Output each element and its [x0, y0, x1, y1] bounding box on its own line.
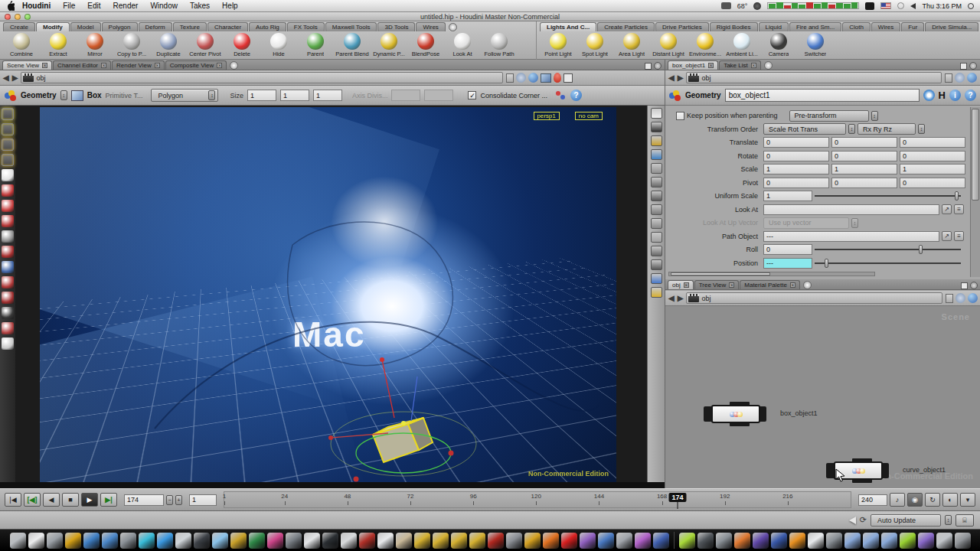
dock-icon[interactable]	[653, 533, 669, 549]
viewport-display-icon[interactable]	[651, 108, 662, 119]
dock-icon[interactable]	[771, 533, 787, 549]
keyboard-badge-icon[interactable]	[865, 2, 874, 10]
shelf-tool-environme[interactable]: Environme...	[688, 33, 722, 57]
dock-icon[interactable]	[322, 533, 338, 549]
pin-icon[interactable]	[554, 73, 561, 83]
global-animation-button[interactable]: ◉	[907, 493, 923, 507]
viewport-display-icon[interactable]	[651, 149, 662, 160]
path-stepper[interactable]	[945, 73, 952, 83]
nav-back-icon[interactable]: ◀	[3, 73, 9, 82]
dock-icon[interactable]	[716, 533, 732, 549]
dock-icon[interactable]	[47, 533, 63, 549]
shelf-tool-switcher[interactable]: Switcher	[799, 33, 832, 57]
shelf-tool-camera[interactable]: Camera	[762, 33, 795, 57]
nav-back-icon[interactable]: ◀	[668, 73, 675, 82]
dock-icon[interactable]	[157, 533, 173, 549]
menu-window[interactable]: Window	[150, 2, 178, 10]
dock-icon[interactable]	[808, 533, 824, 549]
close-tab-icon[interactable]: ×	[217, 63, 222, 68]
param-field-rotate-1[interactable]: 0	[831, 151, 897, 161]
menu-render[interactable]: Render	[113, 2, 139, 10]
param-hscrollbar[interactable]	[668, 272, 875, 276]
prev-keyframe-button[interactable]: [◀]	[24, 493, 41, 507]
cpu-meter-icon[interactable]	[767, 2, 859, 9]
timeline-ruler[interactable]: 124487296120144168192216174	[224, 491, 851, 508]
frame-increment-button[interactable]: +	[175, 495, 182, 505]
new-tab-icon[interactable]	[803, 281, 812, 289]
shelf-tab-auto-rig[interactable]: Auto Rig	[249, 22, 286, 31]
apple-menu-icon[interactable]	[6, 1, 15, 11]
box-node-icon[interactable]	[541, 73, 551, 83]
next-keyframe-button[interactable]: ▶|	[100, 493, 117, 507]
param-field-pivot-0[interactable]: 0	[763, 178, 829, 188]
pane-maximize-icon[interactable]	[645, 63, 652, 70]
geometry-type-stepper[interactable]: ↕	[60, 90, 67, 100]
shelf-tool-area-light[interactable]: Area Light	[615, 33, 648, 57]
dock-icon[interactable]	[230, 533, 247, 549]
cook-arrow-icon[interactable]	[849, 517, 856, 524]
dock-icon[interactable]	[175, 533, 191, 549]
shelf-tool-distant-light[interactable]: Distant Light	[652, 33, 685, 57]
node-help-icon[interactable]: ?	[965, 90, 976, 101]
dock-icon[interactable]	[543, 533, 559, 549]
viewport-display-icon[interactable]	[651, 191, 662, 201]
consolidate-checkbox[interactable]: ✓	[468, 91, 476, 99]
shelf-tab-fx-tools[interactable]: FX Tools	[287, 22, 325, 31]
dock-icon[interactable]	[753, 533, 769, 549]
dock-icon[interactable]	[139, 533, 155, 549]
current-frame-field[interactable]	[124, 494, 164, 506]
play-button[interactable]: ▶	[81, 493, 98, 507]
op-jump-icon[interactable]: ↗	[942, 204, 952, 214]
houdini-help-badge[interactable]: H	[939, 90, 946, 101]
dock-icon[interactable]	[341, 533, 357, 549]
param-field-position[interactable]: ---	[763, 258, 812, 269]
param-slider-roll[interactable]	[815, 249, 961, 250]
pane-maximize-icon[interactable]	[564, 73, 573, 83]
dock-icon[interactable]	[598, 533, 614, 549]
pane-linking-icon[interactable]	[970, 282, 978, 289]
viewport-display-icon[interactable]	[651, 204, 662, 215]
param-field-scale-2[interactable]: 1	[900, 164, 965, 174]
network-path-chip[interactable]: obj	[686, 292, 942, 304]
dropdown-stepper[interactable]: ↕	[848, 124, 855, 134]
shelf-tab-deform[interactable]: Deform	[139, 22, 172, 31]
bluetooth-icon[interactable]	[897, 2, 904, 9]
temperature-reading[interactable]: 68°	[737, 2, 748, 10]
input-language-flag-icon[interactable]	[880, 2, 891, 9]
window-titlebar[interactable]: untitled.hip - Houdini Master Non-Commer…	[0, 12, 980, 21]
dock-icon[interactable]	[734, 533, 750, 549]
close-tab-icon[interactable]: ×	[42, 63, 47, 68]
shelf-tool-parent-blend[interactable]: Parent Blend	[335, 33, 369, 57]
shelf-tool-delete[interactable]: Delete	[225, 33, 259, 57]
new-tab-icon[interactable]	[230, 61, 238, 70]
nav-forward-icon[interactable]: ▶	[12, 73, 18, 82]
dock-icon[interactable]	[789, 533, 805, 549]
find-icon[interactable]	[968, 293, 978, 303]
viewport-tool-icon[interactable]	[2, 154, 14, 166]
param-field-translate-2[interactable]: 0	[900, 137, 965, 148]
shelf-tool-ambient-li[interactable]: Ambient Li...	[725, 33, 759, 57]
viewport-tool-icon[interactable]	[2, 184, 14, 197]
viewport-display-icon[interactable]	[651, 246, 662, 256]
viewport-display-icon[interactable]	[651, 177, 662, 187]
dock-icon[interactable]	[396, 533, 412, 549]
param-dropdown-scale-rot-trans[interactable]: Scale Rot Trans	[763, 123, 846, 135]
pane-linking-icon[interactable]	[654, 62, 662, 70]
viewport-display-icon[interactable]	[651, 122, 662, 132]
viewport-tool-icon[interactable]	[2, 230, 14, 243]
shelf-tab-lights-and-c[interactable]: Lights And C...	[540, 22, 596, 31]
param-field-translate-1[interactable]: 0	[831, 137, 897, 148]
playhead[interactable]: 174	[669, 493, 687, 502]
dock-icon[interactable]	[881, 533, 897, 549]
param-field-scale-1[interactable]: 1	[831, 164, 897, 174]
tool-options-icon[interactable]	[554, 90, 567, 101]
close-tab-icon[interactable]: ×	[101, 63, 106, 68]
end-frame-field[interactable]	[858, 494, 887, 506]
dock-icon[interactable]	[120, 533, 136, 549]
viewport-render-area[interactable]: Mac	[40, 107, 616, 482]
dock-icon[interactable]	[826, 533, 842, 549]
menu-help[interactable]: Help	[222, 2, 238, 10]
param-path-chip[interactable]: obj	[686, 72, 942, 83]
param-scrollbar[interactable]	[970, 107, 980, 277]
dock-icon[interactable]	[194, 533, 210, 549]
